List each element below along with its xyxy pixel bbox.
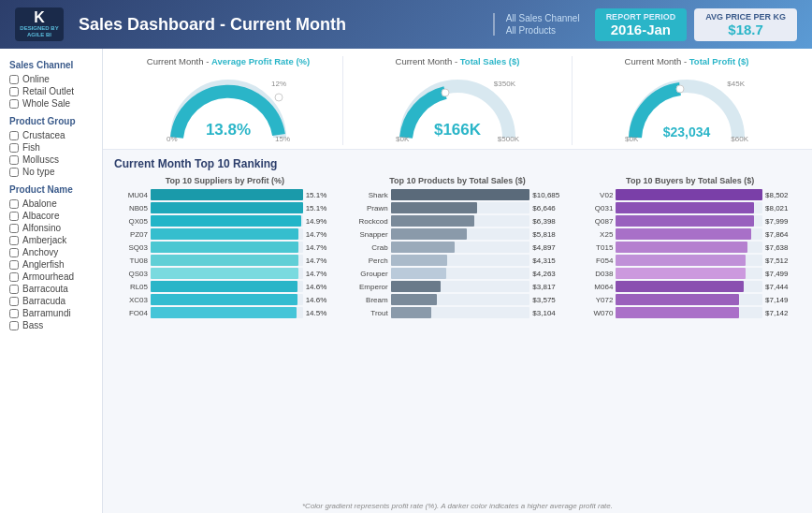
- checkbox-anchovy[interactable]: Anchovy: [9, 247, 93, 257]
- product-label: Shark: [347, 191, 388, 199]
- kpi-report-period: Report Period 2016-Jan: [595, 8, 688, 41]
- gauge-profit-rate-left: 0%: [167, 135, 178, 143]
- buyer-value: $7,512: [765, 256, 801, 265]
- product-track: [391, 294, 530, 305]
- product-value: $4,315: [532, 256, 568, 265]
- gauge-total-sales-visual: $166K $0K $500K $350K: [392, 70, 523, 145]
- logo-text: DESIGNED BY AGILE BI: [15, 25, 64, 37]
- buyer-value: $7,864: [765, 230, 801, 239]
- product-track: [391, 268, 530, 279]
- buyer-track: [616, 281, 762, 292]
- supplier-label: QS03: [114, 270, 148, 278]
- checkbox-molluscs[interactable]: Molluscs: [9, 154, 93, 165]
- supplier-fill: [151, 242, 298, 253]
- supplier-label: FO04: [114, 309, 148, 317]
- product-value: $4,263: [532, 270, 568, 278]
- checkbox-abalone[interactable]: Abalone: [9, 198, 93, 209]
- supplier-fill: [151, 255, 298, 266]
- gauge-total-sales-value: $166K: [434, 121, 481, 139]
- checkbox-fish[interactable]: Fish: [9, 142, 93, 153]
- kpi-avg-price-value: $18.7: [705, 22, 786, 37]
- product-fill: [391, 281, 441, 292]
- buyers-title: Top 10 Buyers by Total Sales ($): [579, 176, 801, 185]
- buyer-bar-item: W070 $7,142: [579, 307, 801, 318]
- product-bar-item: Prawn $6,646: [347, 202, 569, 213]
- checkbox-retail[interactable]: Retail Outlet: [9, 86, 93, 96]
- checkbox-anglerfish[interactable]: Anglerfish: [9, 259, 93, 270]
- kpi-report-period-label: Report Period: [606, 12, 676, 22]
- product-track: [391, 242, 530, 253]
- buyer-bar-item: V02 $8,502: [579, 189, 801, 200]
- buyer-label: Q031: [579, 204, 613, 213]
- buyer-track: [616, 215, 762, 227]
- buyer-track: [616, 255, 762, 266]
- gauge-profit-rate-title: Current Month - Average Profit Rate (%): [114, 56, 342, 66]
- buyer-fill: [616, 268, 745, 279]
- filter-products[interactable]: All Products: [506, 25, 580, 36]
- product-track: [391, 228, 530, 240]
- supplier-track: [151, 307, 303, 318]
- buyer-label: F054: [579, 256, 613, 265]
- product-fill: [391, 268, 446, 279]
- product-group-title: Product Group: [9, 116, 93, 126]
- product-bar-item: Shark $10,685: [347, 189, 569, 200]
- product-fill: [391, 294, 438, 305]
- buyer-bar-item: D038 $7,499: [579, 268, 801, 279]
- ranking-row: Top 10 Suppliers by Profit (%) MU04 15.1…: [114, 176, 801, 320]
- product-label: Trout: [347, 309, 388, 317]
- buyers-bars: V02 $8,502 Q031 $8,021 Q087 $7,999 X25 $…: [579, 189, 801, 318]
- supplier-fill: [151, 281, 297, 292]
- checkbox-barramundi[interactable]: Barramundi: [9, 308, 93, 318]
- product-label: Prawn: [347, 204, 388, 213]
- supplier-value: 14.7%: [306, 256, 336, 265]
- checkbox-armourhead[interactable]: Armourhead: [9, 271, 93, 282]
- checkbox-bass[interactable]: Bass: [9, 320, 93, 330]
- supplier-track: [151, 281, 303, 292]
- buyer-value: $7,638: [765, 243, 801, 252]
- supplier-bar-item: XC03 14.6%: [114, 294, 336, 305]
- supplier-track: [151, 228, 303, 240]
- supplier-track: [151, 294, 303, 305]
- buyer-label: Y072: [579, 296, 613, 304]
- supplier-value: 14.7%: [306, 230, 336, 239]
- supplier-label: SQ03: [114, 243, 148, 252]
- supplier-bar-item: QS03 14.7%: [114, 268, 336, 279]
- buyer-bar-item: Q031 $8,021: [579, 202, 801, 213]
- supplier-bar-item: RL05 14.6%: [114, 281, 336, 292]
- supplier-fill: [151, 202, 303, 213]
- products-title: Top 10 Products by Total Sales ($): [347, 176, 569, 185]
- supplier-fill: [151, 294, 297, 305]
- supplier-fill: [151, 215, 301, 227]
- product-track: [391, 255, 530, 266]
- filter-sales-channel[interactable]: All Sales Channel: [506, 13, 580, 23]
- product-bar-item: Snapper $5,818: [347, 228, 569, 240]
- supplier-track: [151, 268, 303, 279]
- checkbox-barracouta[interactable]: Barracouta: [9, 284, 93, 294]
- product-value: $3,817: [532, 283, 568, 291]
- checkbox-crustacea[interactable]: Crustacea: [9, 130, 93, 140]
- checkbox-amberjack[interactable]: Amberjack: [9, 235, 93, 245]
- checkbox-notype[interactable]: No type: [9, 167, 93, 177]
- buyer-fill: [616, 228, 751, 240]
- supplier-bar-item: QX05 14.9%: [114, 215, 336, 227]
- kpi-avg-price: Avg Price per Kg $18.7: [694, 8, 797, 41]
- buyer-track: [616, 242, 762, 253]
- buyer-label: M064: [579, 283, 613, 291]
- buyer-value: $7,444: [765, 283, 801, 291]
- checkbox-alfonsino[interactable]: Alfonsino: [9, 223, 93, 233]
- suppliers-bars: MU04 15.1% NB05 15.1% QX05 14.9% PZ07 14…: [114, 189, 336, 318]
- buyer-fill: [616, 255, 745, 266]
- checkbox-online[interactable]: Online: [9, 74, 93, 84]
- buyer-fill: [616, 242, 747, 253]
- logo: K DESIGNED BY AGILE BI: [15, 7, 64, 41]
- product-fill: [391, 189, 530, 200]
- buyer-value: $8,021: [765, 204, 801, 213]
- product-fill: [391, 215, 474, 227]
- product-fill: [391, 228, 467, 240]
- checkbox-albacore[interactable]: Albacore: [9, 211, 93, 221]
- main-layout: Sales Channel Online Retail Outlet Whole…: [0, 49, 812, 513]
- product-value: $6,398: [532, 217, 568, 226]
- kpi-report-period-value: 2016-Jan: [606, 22, 676, 37]
- checkbox-wholesale[interactable]: Whole Sale: [9, 98, 93, 109]
- checkbox-barracuda[interactable]: Barracuda: [9, 296, 93, 306]
